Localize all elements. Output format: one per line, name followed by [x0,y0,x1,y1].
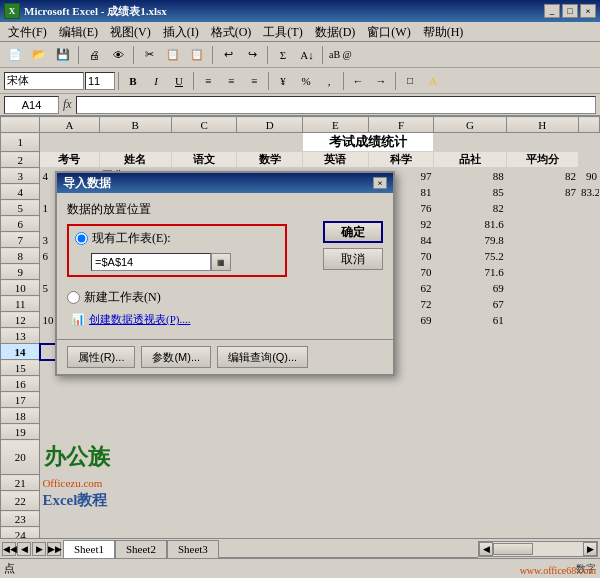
tab-nav-prev[interactable]: ◀ [17,542,31,556]
align-left-button[interactable]: ≡ [197,70,219,92]
bold-button[interactable]: B [122,70,144,92]
pivot-link-row: 📊 创建数据透视表(P).... [71,312,383,327]
redo-button[interactable]: ↪ [241,44,263,66]
italic-button[interactable]: I [145,70,167,92]
menu-window[interactable]: 窗口(W) [361,22,416,42]
edit-query-button[interactable]: 编辑查询(Q)... [217,346,308,368]
dialog-title-text: 导入数据 [63,175,373,192]
sheet-tab-1[interactable]: Sheet1 [63,540,115,558]
font-size-input[interactable] [85,72,115,90]
percent-button[interactable]: % [295,70,317,92]
scroll-track-h [493,542,583,556]
import-data-dialog: 导入数据 × 确定 取消 数据的放置位置 [55,171,395,376]
dialog-bottom-row: 属性(R)... 参数(M)... 编辑查询(Q)... [57,339,393,374]
print-button[interactable]: 🖨 [83,44,105,66]
menu-tools[interactable]: 工具(T) [257,22,308,42]
menu-file[interactable]: 文件(F) [2,22,53,42]
tab-filler [219,539,478,558]
new-worksheet-label: 新建工作表(N) [84,289,161,306]
parameters-button[interactable]: 参数(M)... [141,346,211,368]
copy-button[interactable]: 📋 [162,44,184,66]
new-worksheet-radio[interactable] [67,291,80,304]
existing-worksheet-option-border: 现有工作表(E): ▦ [67,224,287,277]
new-button[interactable]: 📄 [4,44,26,66]
status-left: 点 [4,561,15,576]
horizontal-scrollbar[interactable]: ◀ ▶ [478,541,598,557]
menu-view[interactable]: 视图(V) [104,22,157,42]
fill-color-button[interactable]: A [422,70,444,92]
align-center-button[interactable]: ≡ [220,70,242,92]
undo-button[interactable]: ↩ [217,44,239,66]
sheet-tabs-row: ◀◀ ◀ ▶ ▶▶ Sheet1 Sheet2 Sheet3 ◀ ▶ [0,538,600,558]
dialog-ok-button[interactable]: 确定 [323,221,383,243]
separator-7 [193,72,194,90]
cell-ref-row: ▦ [91,253,279,271]
formula-bar: fx [0,94,600,116]
tab-nav-next[interactable]: ▶ [32,542,46,556]
menu-help[interactable]: 帮助(H) [417,22,470,42]
range-picker-button[interactable]: ▦ [211,253,231,271]
create-pivot-link[interactable]: 创建数据透视表(P).... [89,312,190,327]
properties-button[interactable]: 属性(R)... [67,346,135,368]
indent-decrease-button[interactable]: ← [347,70,369,92]
dialog-title-bar: 导入数据 × [57,173,393,193]
paste-button[interactable]: 📋 [186,44,208,66]
range-picker-icon: ▦ [217,258,225,267]
preview-button[interactable]: 👁 [107,44,129,66]
separator-9 [343,72,344,90]
existing-worksheet-label: 现有工作表(E): [92,230,171,247]
currency-button[interactable]: ¥ [272,70,294,92]
align-right-button[interactable]: ≡ [243,70,265,92]
toolbar-standard: 📄 📂 💾 🖨 👁 ✂ 📋 📋 ↩ ↪ Σ A↓ aB @ [0,42,600,68]
pivot-icon: 📊 [71,313,85,326]
window-controls: _ □ × [544,4,596,18]
menu-format[interactable]: 格式(O) [205,22,258,42]
open-button[interactable]: 📂 [28,44,50,66]
formula-input[interactable] [76,96,596,114]
scroll-thumb-h[interactable] [493,543,533,555]
dialog-section-label: 数据的放置位置 [67,201,383,218]
separator-5 [322,46,323,64]
separator-3 [212,46,213,64]
existing-worksheet-radio-row: 现有工作表(E): [75,230,279,247]
title-text: Microsoft Excel - 成绩表1.xlsx [24,4,544,19]
existing-worksheet-radio[interactable] [75,232,88,245]
separator-2 [133,46,134,64]
minimize-button[interactable]: _ [544,4,560,18]
menu-edit[interactable]: 编辑(E) [53,22,104,42]
separator-6 [118,72,119,90]
cell-reference-input[interactable] [4,96,59,114]
scroll-left-button[interactable]: ◀ [479,542,493,556]
cut-button[interactable]: ✂ [138,44,160,66]
tab-nav-first[interactable]: ◀◀ [2,542,16,556]
toolbar-formatting: B I U ≡ ≡ ≡ ¥ % , ← → □ A [0,68,600,94]
sheet-tab-3[interactable]: Sheet3 [167,540,219,558]
underline-button[interactable]: U [168,70,190,92]
menu-data[interactable]: 数据(D) [309,22,362,42]
menu-bar: 文件(F) 编辑(E) 视图(V) 插入(I) 格式(O) 工具(T) 数据(D… [0,22,600,42]
comma-button[interactable]: , [318,70,340,92]
app-icon: X [4,3,20,19]
border-button[interactable]: □ [399,70,421,92]
menu-insert[interactable]: 插入(I) [157,22,205,42]
separator-4 [267,46,268,64]
sheet-tab-2[interactable]: Sheet2 [115,540,167,558]
separator-1 [78,46,79,64]
maximize-button[interactable]: □ [562,4,578,18]
title-bar: X Microsoft Excel - 成绩表1.xlsx _ □ × [0,0,600,22]
close-button[interactable]: × [580,4,596,18]
dialog-cancel-button[interactable]: 取消 [323,248,383,270]
sort-button[interactable]: A↓ [296,44,318,66]
sum-button[interactable]: Σ [272,44,294,66]
scroll-right-button[interactable]: ▶ [583,542,597,556]
cell-ref-value-input[interactable] [91,253,211,271]
zoom-display: aB @ [327,49,354,60]
font-name-input[interactable] [4,72,84,90]
dialog-close-button[interactable]: × [373,177,387,189]
status-bar: 点 数字 [0,558,600,578]
tab-nav-last[interactable]: ▶▶ [47,542,61,556]
save-button[interactable]: 💾 [52,44,74,66]
indent-increase-button[interactable]: → [370,70,392,92]
fx-label: fx [63,97,72,112]
tab-nav: ◀◀ ◀ ▶ ▶▶ [0,542,63,556]
